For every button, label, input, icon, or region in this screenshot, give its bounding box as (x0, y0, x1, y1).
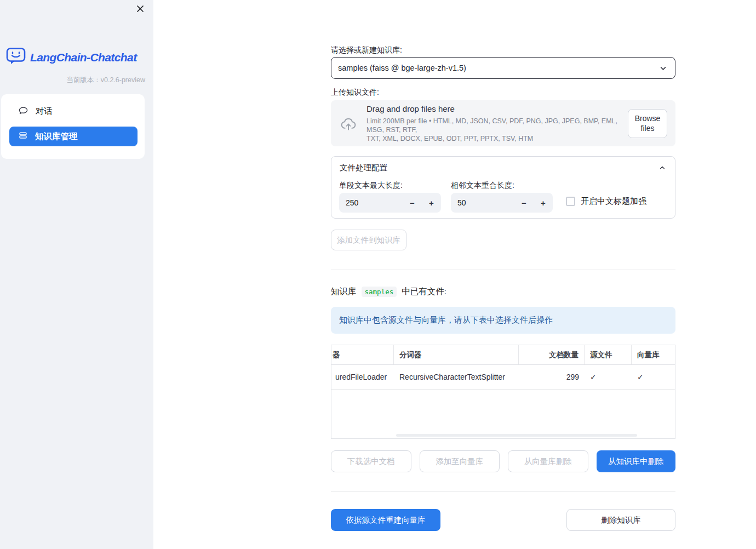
cloud-upload-icon (339, 115, 358, 132)
col-source-file: 源文件 (585, 345, 632, 364)
delete-from-vector-store-button[interactable]: 从向量库删除 (508, 450, 588, 472)
divider (331, 491, 675, 492)
cell-doc-count: 299 (519, 373, 585, 381)
dropzone-limits: Limit 200MB per file • HTML, MD, JSON, C… (366, 117, 622, 143)
sidebar-item-dialogue[interactable]: 对话 (9, 100, 138, 122)
sidebar-menu: 对话 知识库管理 (1, 94, 145, 159)
plus-button[interactable]: + (422, 193, 441, 213)
divider (331, 270, 675, 270)
overlap-size-label: 相邻文本重合长度: (451, 181, 514, 191)
browse-files-button[interactable]: Browse files (628, 109, 667, 138)
sidebar-close-button[interactable] (133, 3, 147, 17)
zh-title-label: 开启中文标题加强 (581, 196, 646, 207)
file-action-buttons: 下载选中文档 添加至向量库 从向量库删除 从知识库中删除 (331, 450, 675, 472)
chunk-size-label: 单段文本最大长度: (339, 181, 403, 191)
cell-splitter: RecursiveCharacterTextSplitter (394, 373, 519, 381)
download-selected-button[interactable]: 下载选中文档 (331, 450, 411, 472)
delete-from-kb-button[interactable]: 从知识库中删除 (597, 450, 676, 472)
file-dropzone[interactable]: Drag and drop files here Limit 200MB per… (331, 100, 675, 146)
kb-select-dropdown[interactable]: samples (faiss @ bge-large-zh-v1.5) (331, 57, 675, 79)
chunk-size-value: 250 (339, 198, 403, 207)
kb-files-table[interactable]: 器 分词器 文档数量 源文件 向量库 uredFileLoader Recurs… (331, 345, 675, 439)
overlap-size-value: 50 (451, 198, 514, 207)
file-config-expander: 文件处理配置 单段文本最大长度: 250 − + 相邻文本重合长度: 50 − … (331, 156, 675, 219)
zh-title-checkbox-row[interactable]: 开启中文标题加强 (566, 196, 646, 207)
delete-kb-button[interactable]: 删除知识库 (566, 509, 675, 531)
close-icon (135, 3, 146, 16)
sidebar: LangChain-Chatchat 当前版本：v0.2.6-preview 对… (0, 0, 153, 549)
table-header-row: 器 分词器 文档数量 源文件 向量库 (331, 345, 675, 365)
expander-title: 文件处理配置 (340, 163, 387, 173)
upload-label: 上传知识文件: (331, 88, 379, 98)
info-banner: 知识库中包含源文件与向量库，请从下表中选择文件后操作 (331, 307, 675, 334)
kb-files-heading: 知识库 samples 中已有文件: (331, 286, 446, 298)
col-vector-store: 向量库 (632, 345, 675, 364)
plus-button[interactable]: + (534, 193, 553, 213)
kb-name-code: samples (362, 287, 397, 297)
sidebar-item-label: 对话 (36, 106, 53, 117)
kb-select-value: samples (faiss @ bge-large-zh-v1.5) (338, 64, 466, 72)
checkbox-unchecked-icon[interactable] (566, 197, 575, 206)
table-row[interactable]: uredFileLoader RecursiveCharacterTextSpl… (331, 365, 675, 390)
info-text: 知识库中包含源文件与向量库，请从下表中选择文件后操作 (339, 315, 553, 325)
kb-select-label: 请选择或新建知识库: (331, 45, 402, 55)
expander-header[interactable]: 文件处理配置 (331, 157, 675, 179)
app-title: LangChain-Chatchat (30, 51, 137, 64)
cell-loader: uredFileLoader (331, 373, 394, 381)
minus-button[interactable]: − (403, 193, 422, 213)
cell-vector-check: ✓ (632, 373, 675, 381)
chevron-up-icon (658, 163, 667, 172)
rebuild-vector-store-button[interactable]: 依据源文件重建向量库 (331, 509, 440, 531)
main-content: 请选择或新建知识库: samples (faiss @ bge-large-zh… (331, 0, 675, 549)
col-splitter: 分词器 (394, 345, 519, 364)
dropzone-title: Drag and drop files here (366, 104, 622, 113)
add-to-vector-store-button[interactable]: 添加至向量库 (420, 450, 500, 472)
chat-bubble-icon (18, 105, 28, 118)
horizontal-scrollbar[interactable] (396, 434, 637, 437)
chat-smiley-logo-icon (6, 47, 26, 67)
chunk-size-stepper[interactable]: 250 − + (339, 193, 441, 213)
knowledge-base-icon (18, 130, 28, 142)
sidebar-item-label: 知识库管理 (35, 131, 78, 142)
version-text: 当前版本：v0.2.6-preview (66, 76, 145, 85)
col-doc-count: 文档数量 (519, 345, 585, 364)
cell-source-check: ✓ (585, 373, 632, 381)
app-logo: LangChain-Chatchat (6, 47, 137, 67)
add-files-button[interactable]: 添加文件到知识库 (331, 230, 406, 250)
minus-button[interactable]: − (514, 193, 534, 213)
sidebar-item-knowledge-base[interactable]: 知识库管理 (9, 127, 138, 146)
dropzone-text: Drag and drop files here Limit 200MB per… (366, 104, 628, 143)
chevron-down-icon (658, 63, 668, 73)
overlap-size-stepper[interactable]: 50 − + (451, 193, 553, 213)
col-loader: 器 (331, 345, 394, 364)
